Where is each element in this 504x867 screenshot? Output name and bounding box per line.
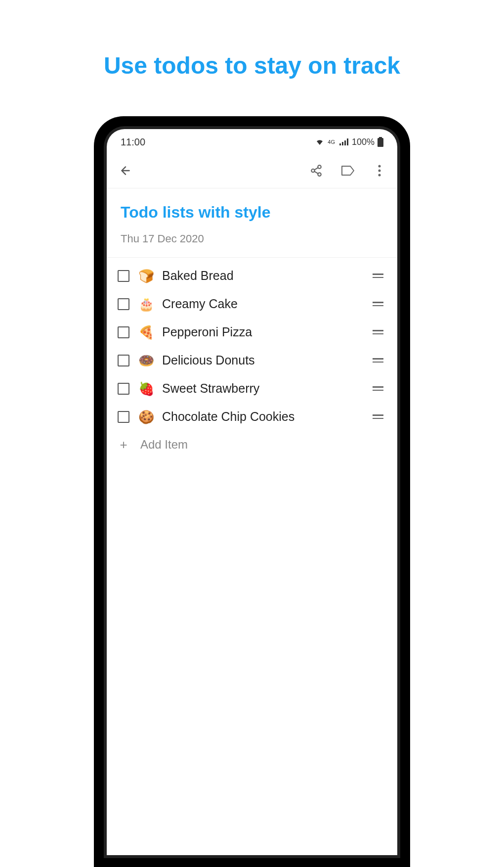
checkbox[interactable] xyxy=(118,326,129,338)
todo-item[interactable]: 🍩Delicious Donuts xyxy=(107,346,397,374)
drag-handle-icon[interactable] xyxy=(373,302,386,306)
share-button[interactable] xyxy=(307,162,325,180)
svg-rect-3 xyxy=(347,138,348,145)
svg-rect-5 xyxy=(378,138,383,147)
item-text[interactable]: Delicious Donuts xyxy=(162,353,364,367)
item-emoji: 🎂 xyxy=(138,298,153,311)
svg-rect-1 xyxy=(342,142,343,145)
checkbox[interactable] xyxy=(118,411,129,423)
item-text[interactable]: Sweet Strawberry xyxy=(162,381,364,396)
back-button[interactable] xyxy=(116,161,135,181)
drag-handle-icon[interactable] xyxy=(373,330,386,334)
network-label: 4G xyxy=(328,139,335,145)
item-text[interactable]: Chocolate Chip Cookies xyxy=(162,410,364,424)
svg-rect-4 xyxy=(379,137,382,138)
svg-point-13 xyxy=(378,174,381,176)
item-text[interactable]: Pepperoni Pizza xyxy=(162,325,364,339)
add-item-label: Add Item xyxy=(140,438,188,452)
battery-icon xyxy=(378,137,383,147)
checkbox[interactable] xyxy=(118,355,129,366)
status-bar: 11:00 4G 100% xyxy=(107,129,397,153)
todo-list: 🍞Baked Bread🎂Creamy Cake🍕Pepperoni Pizza… xyxy=(107,258,397,462)
item-emoji: 🍩 xyxy=(138,354,153,367)
item-text[interactable]: Creamy Cake xyxy=(162,297,364,311)
checkbox[interactable] xyxy=(118,270,129,282)
todo-item[interactable]: 🍕Pepperoni Pizza xyxy=(107,318,397,346)
todo-item[interactable]: 🍪Chocolate Chip Cookies xyxy=(107,403,397,431)
svg-rect-0 xyxy=(339,143,341,145)
more-options-button[interactable] xyxy=(371,162,388,180)
item-emoji: 🍓 xyxy=(138,382,153,395)
list-date: Thu 17 Dec 2020 xyxy=(121,232,383,245)
item-emoji: 🍪 xyxy=(138,411,153,423)
phone-screen: 11:00 4G 100% xyxy=(107,129,397,855)
battery-percent: 100% xyxy=(352,137,375,147)
content-header: Todo lists with style Thu 17 Dec 2020 xyxy=(107,188,397,258)
drag-handle-icon[interactable] xyxy=(373,274,386,278)
item-emoji: 🍕 xyxy=(138,326,153,339)
item-emoji: 🍞 xyxy=(138,270,153,282)
svg-line-9 xyxy=(314,171,318,173)
drag-handle-icon[interactable] xyxy=(373,386,386,391)
drag-handle-icon[interactable] xyxy=(373,358,386,363)
svg-point-12 xyxy=(378,169,381,172)
checkbox[interactable] xyxy=(118,383,129,395)
item-text[interactable]: Baked Bread xyxy=(162,269,364,283)
checkbox[interactable] xyxy=(118,298,129,310)
svg-point-11 xyxy=(378,165,381,167)
plus-icon: + xyxy=(118,439,129,451)
phone-frame: 11:00 4G 100% xyxy=(94,116,410,867)
page-title: Use todos to stay on track xyxy=(0,0,504,79)
drag-handle-icon[interactable] xyxy=(373,414,386,419)
app-toolbar xyxy=(107,153,397,188)
tag-button[interactable] xyxy=(339,162,357,180)
status-time: 11:00 xyxy=(121,137,145,148)
wifi-icon xyxy=(315,138,325,146)
signal-icon xyxy=(339,138,349,146)
svg-line-10 xyxy=(314,168,318,170)
list-title[interactable]: Todo lists with style xyxy=(121,203,383,222)
todo-item[interactable]: 🍞Baked Bread xyxy=(107,262,397,290)
todo-item[interactable]: 🍓Sweet Strawberry xyxy=(107,374,397,403)
status-indicators: 4G 100% xyxy=(315,137,383,147)
svg-rect-2 xyxy=(344,140,346,145)
todo-item[interactable]: 🎂Creamy Cake xyxy=(107,290,397,318)
add-item-button[interactable]: +Add Item xyxy=(107,431,397,458)
